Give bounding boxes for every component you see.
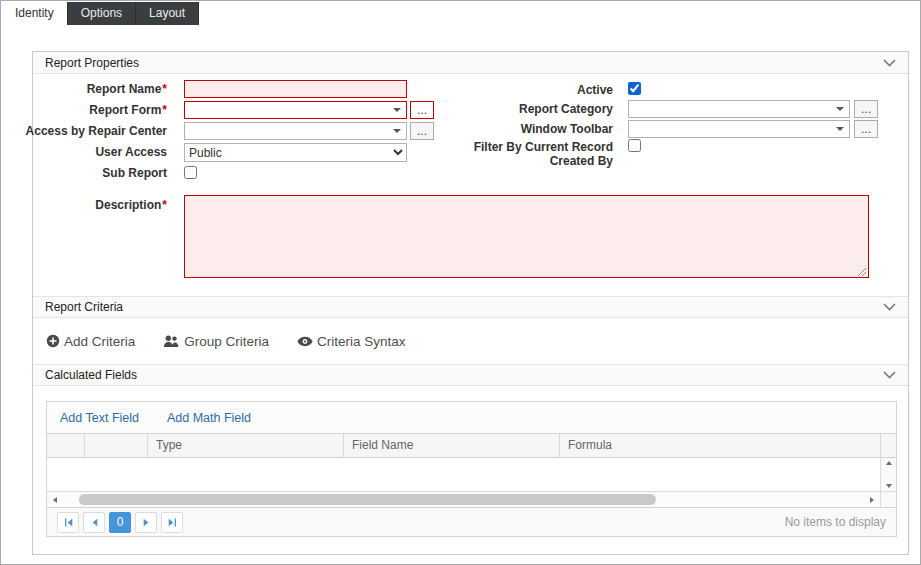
add-math-field-link[interactable]: Add Math Field [167, 411, 251, 425]
grid-header-row: Type Field Name Formula [47, 434, 896, 458]
current-page-button[interactable]: 0 [109, 512, 131, 533]
grid-rows-empty [47, 458, 880, 491]
grid-toolbar: Add Text Field Add Math Field [47, 402, 896, 434]
window-toolbar-combo[interactable] [628, 120, 850, 138]
access-repair-center-label: Access by Repair Center [26, 123, 167, 139]
scroll-left-icon[interactable] [47, 492, 63, 507]
user-access-select[interactable]: Public [184, 143, 407, 162]
tab-layout[interactable]: Layout [136, 2, 199, 25]
active-label: Active [577, 82, 613, 98]
chevron-down-icon[interactable] [883, 371, 896, 379]
criteria-actions-row: Add Criteria Group Criteria Criteria Syn… [33, 318, 908, 364]
active-checkbox[interactable] [628, 82, 641, 95]
report-panel: Report Properties Report Name* Report Fo… [32, 51, 909, 555]
criteria-syntax-button[interactable]: Criteria Syntax [297, 334, 406, 349]
chevron-down-icon[interactable] [883, 59, 896, 67]
tab-identity[interactable]: Identity [2, 2, 68, 25]
pager-status: No items to display [785, 515, 886, 529]
sub-report-checkbox[interactable] [184, 166, 197, 179]
report-category-browse-button[interactable]: ... [854, 100, 878, 118]
access-repair-center-browse-button[interactable]: ... [410, 122, 434, 140]
description-textarea[interactable] [184, 195, 869, 278]
group-icon [163, 335, 180, 348]
horizontal-scroll-track[interactable] [63, 492, 864, 507]
plus-circle-icon [46, 334, 60, 348]
window-toolbar-browse-button[interactable]: ... [854, 120, 878, 138]
report-name-label: Report Name* [87, 81, 167, 97]
grid-column-blank-2 [84, 434, 147, 457]
report-name-input[interactable] [184, 80, 407, 98]
section-report-criteria-header[interactable]: Report Criteria [33, 296, 908, 318]
report-form-browse-button[interactable]: ... [410, 101, 434, 119]
scroll-up-icon[interactable] [886, 461, 892, 465]
access-repair-center-combo[interactable] [184, 122, 407, 140]
scroll-down-icon[interactable] [886, 484, 892, 488]
group-criteria-button[interactable]: Group Criteria [163, 334, 269, 349]
report-category-label: Report Category [519, 101, 613, 117]
sub-report-label: Sub Report [102, 165, 167, 181]
grid-column-blank-1 [47, 434, 84, 457]
horizontal-scrollbar[interactable] [47, 491, 896, 507]
filter-current-record-checkbox[interactable] [628, 139, 641, 152]
arrow-left-icon [89, 517, 100, 528]
add-text-field-link[interactable]: Add Text Field [60, 411, 139, 425]
grid-header-scroll-spacer [880, 434, 896, 457]
seek-last-icon [167, 517, 178, 528]
report-editor-window: { "tabs": { "identity": "Identity", "opt… [0, 0, 921, 565]
vertical-scrollbar[interactable] [880, 458, 896, 491]
caret-down-icon [393, 129, 401, 133]
eye-icon [297, 336, 313, 347]
report-form-combo[interactable] [184, 101, 407, 119]
resize-grip-icon[interactable] [857, 266, 867, 280]
grid-body [47, 458, 896, 491]
scroll-right-icon[interactable] [864, 492, 880, 507]
prev-page-button[interactable] [83, 512, 105, 533]
created-by-label: Created By [550, 153, 613, 169]
last-page-button[interactable] [161, 512, 183, 533]
add-criteria-button[interactable]: Add Criteria [46, 334, 135, 349]
grid-column-field-name: Field Name [343, 434, 559, 457]
user-access-label: User Access [95, 144, 167, 160]
scrollbar-corner [880, 492, 896, 507]
arrow-right-icon [141, 517, 152, 528]
tab-strip: Identity Options Layout [2, 2, 199, 25]
caret-down-icon [836, 127, 844, 131]
window-toolbar-label: Window Toolbar [521, 121, 613, 137]
horizontal-scroll-thumb[interactable] [79, 494, 656, 505]
first-page-button[interactable] [57, 512, 79, 533]
section-calculated-fields-header[interactable]: Calculated Fields [33, 364, 908, 386]
section-report-properties-header[interactable]: Report Properties [33, 52, 908, 74]
chevron-down-icon[interactable] [883, 303, 896, 311]
calculated-fields-grid: Add Text Field Add Math Field Type Field… [46, 401, 897, 537]
grid-column-type: Type [147, 434, 343, 457]
grid-column-formula: Formula [559, 434, 880, 457]
next-page-button[interactable] [135, 512, 157, 533]
section-report-properties-title: Report Properties [45, 56, 139, 70]
grid-pager: 0 No items to display [47, 507, 896, 536]
seek-first-icon [63, 517, 74, 528]
caret-down-icon [393, 108, 401, 112]
report-form-label: Report Form* [89, 102, 167, 118]
tab-options[interactable]: Options [68, 2, 136, 25]
caret-down-icon [836, 107, 844, 111]
section-calculated-fields-title: Calculated Fields [45, 368, 137, 382]
report-properties-form: Report Name* Report Form* ... Access by … [33, 74, 908, 296]
report-category-combo[interactable] [628, 100, 850, 118]
description-label: Description* [95, 197, 167, 213]
section-report-criteria-title: Report Criteria [45, 300, 123, 314]
